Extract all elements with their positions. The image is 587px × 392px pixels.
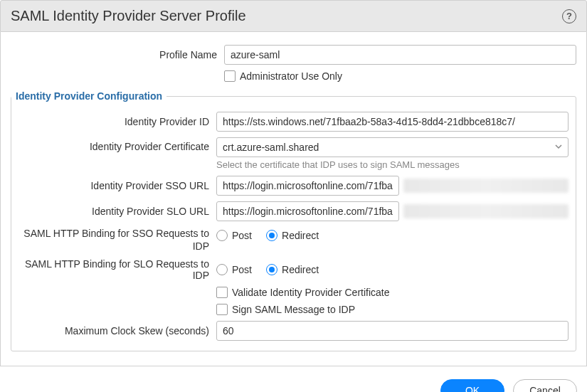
admin-only-label: Administrator Use Only [240, 70, 342, 82]
clock-skew-label: Maximum Clock Skew (seconds) [11, 325, 216, 337]
redacted-content [403, 204, 569, 218]
sso-binding-redirect-radio[interactable]: Redirect [266, 230, 319, 241]
radio-label-redirect: Redirect [282, 264, 319, 275]
help-icon[interactable]: ? [562, 9, 576, 23]
radio-label-post: Post [232, 264, 252, 275]
idp-id-input[interactable] [216, 112, 569, 132]
admin-only-checkbox[interactable] [224, 70, 236, 82]
idp-cert-select[interactable] [216, 137, 569, 157]
validate-cert-checkbox[interactable] [216, 287, 228, 298]
idp-config-legend: Identity Provider Configuration [11, 90, 166, 102]
idp-id-label: Identity Provider ID [11, 116, 216, 127]
idp-slo-url-label: Identity Provider SLO URL [11, 206, 216, 217]
slo-binding-label: SAML HTTP Binding for SLO Requests to ID… [11, 258, 216, 281]
sso-binding-label: SAML HTTP Binding for SSO Requests to ID… [11, 227, 216, 253]
dialog-footer: OK Cancel [0, 366, 587, 392]
slo-binding-post-radio[interactable]: Post [216, 264, 252, 275]
ok-button[interactable]: OK [440, 379, 504, 392]
radio-label-post: Post [232, 230, 252, 241]
idp-cert-label: Identity Provider Certificate [11, 137, 216, 152]
dialog-body: Profile Name Administrator Use Only Iden… [0, 32, 587, 366]
sso-binding-post-radio[interactable]: Post [216, 230, 252, 241]
radio-label-redirect: Redirect [282, 230, 319, 241]
sign-saml-checkbox[interactable] [216, 304, 228, 315]
cancel-button[interactable]: Cancel [513, 379, 577, 392]
idp-sso-url-input[interactable] [216, 176, 399, 196]
validate-cert-label: Validate Identity Provider Certificate [232, 287, 390, 298]
sign-saml-label: Sign SAML Message to IDP [232, 304, 355, 315]
slo-binding-redirect-radio[interactable]: Redirect [266, 264, 319, 275]
dialog-titlebar: SAML Identity Provider Server Profile ? [0, 0, 587, 32]
idp-config-fieldset: Identity Provider Configuration Identity… [11, 90, 576, 351]
profile-name-input[interactable] [224, 45, 576, 65]
dialog-title: SAML Identity Provider Server Profile [11, 8, 246, 24]
redacted-content [403, 179, 569, 193]
profile-name-label: Profile Name [11, 49, 224, 60]
idp-slo-url-input[interactable] [216, 201, 399, 221]
idp-cert-hint: Select the certificate that IDP uses to … [216, 159, 569, 170]
clock-skew-input[interactable] [216, 321, 569, 341]
idp-sso-url-label: Identity Provider SSO URL [11, 180, 216, 191]
